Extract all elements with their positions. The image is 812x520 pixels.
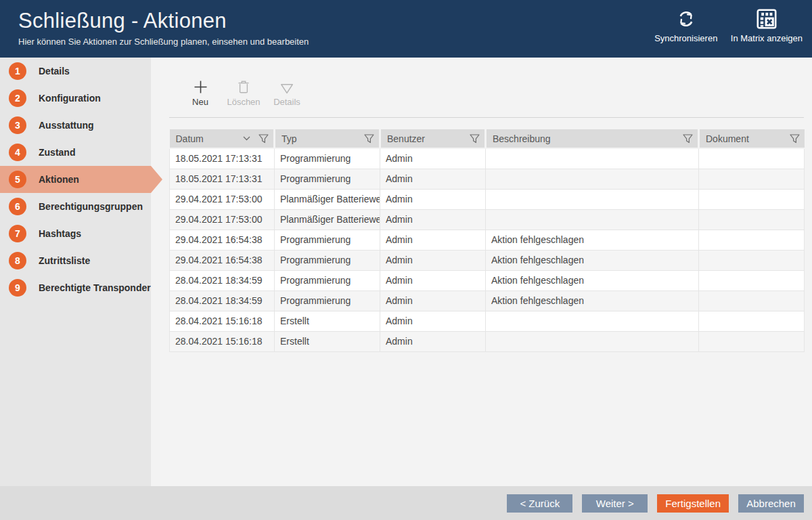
actions-toolbar: Neu Löschen Details [169,58,812,117]
sidebar-item-zustand[interactable]: 4 Zustand [0,139,151,166]
table-cell [486,189,699,209]
table-cell: Admin [380,270,486,290]
sidebar-item-label: Zustand [39,147,75,158]
table-cell: Programmierung [275,270,380,290]
table-cell [699,230,805,250]
sidebar-item-berechtigungsgruppen[interactable]: 6 Berechtigungsgruppen [0,193,151,220]
table-cell: Programmierung [275,230,380,250]
filter-icon[interactable] [258,134,269,144]
triangle-down-icon [280,78,294,94]
step-number-badge: 7 [9,225,26,242]
delete-button-label: Löschen [227,97,260,107]
column-header-datum[interactable]: Datum [170,129,275,148]
sidebar-item-label: Berechtigte Transponder [39,282,151,293]
step-number-badge: 9 [9,279,26,297]
finish-button[interactable]: Fertigstellen [657,494,729,513]
table-cell [699,270,805,290]
table-cell [699,169,805,189]
table-cell: Admin [380,290,486,311]
table-cell: Admin [380,311,486,331]
show-in-matrix-label: In Matrix anzeigen [731,33,803,43]
table-cell: Erstellt [275,311,380,331]
delete-button[interactable]: Löschen [226,78,261,117]
sidebar-item-label: Berechtigungsgruppen [39,201,143,212]
table-cell [699,148,805,169]
synchronize-label: Synchronisieren [654,33,717,43]
sidebar-item-konfiguration[interactable]: 2 Konfiguration [0,85,151,112]
table-cell: Programmierung [275,250,380,270]
details-button[interactable]: Details [269,78,304,117]
table-row[interactable]: 28.04.2021 18:34:59ProgrammierungAdminAk… [170,270,805,290]
window-header: Schließung - Aktionen Hier können Sie Ak… [0,0,812,58]
sidebar-item-ausstattung[interactable]: 3 Ausstattung [0,112,151,139]
table-row[interactable]: 18.05.2021 17:13:31ProgrammierungAdmin [170,169,805,189]
table-cell: 28.04.2021 18:34:59 [170,290,275,311]
table-cell: Admin [380,169,486,189]
table-cell: Admin [380,209,486,230]
table-cell: Aktion fehlgeschlagen [486,290,699,311]
column-header-beschreibung[interactable]: Beschreibung [486,129,699,148]
table-cell [699,209,805,230]
matrix-icon [756,8,777,30]
page-subtitle: Hier können Sie Aktionen zur Schließung … [18,37,309,47]
filter-icon[interactable] [470,134,480,144]
table-cell [699,311,805,331]
sort-descending-icon[interactable] [243,136,250,141]
filter-icon[interactable] [364,134,374,144]
sidebar-item-aktionen[interactable]: 5 Aktionen [0,166,151,193]
table-row[interactable]: 29.04.2021 16:54:38ProgrammierungAdminAk… [170,230,805,250]
table-cell: Admin [380,148,486,169]
sidebar-item-label: Konfiguration [39,93,101,104]
toolbar-divider [169,117,804,118]
table-row[interactable]: 28.04.2021 15:16:18ErstelltAdmin [170,331,805,351]
trash-icon [238,78,250,94]
table-cell: Planmäßiger Batteriewechsel [275,209,380,230]
cancel-button[interactable]: Abbrechen [738,494,804,513]
table-cell [699,290,805,311]
filter-icon[interactable] [683,134,693,144]
table-row[interactable]: 29.04.2021 16:54:38ProgrammierungAdminAk… [170,250,805,270]
column-header-dokument[interactable]: Dokument [699,129,805,148]
header-actions: Synchronisieren In Matrix anzeigen [651,0,812,43]
sidebar-item-label: Hashtags [39,228,81,239]
table-row[interactable]: 18.05.2021 17:13:31ProgrammierungAdmin [170,148,805,169]
step-number-badge: 2 [9,89,26,107]
table-cell: Admin [380,250,486,270]
table-cell: 29.04.2021 17:53:00 [170,209,275,230]
next-button[interactable]: Weiter > [582,494,648,513]
wizard-footer: < Zurück Weiter > Fertigstellen Abbreche… [0,486,812,520]
table-row[interactable]: 29.04.2021 17:53:00Planmäßiger Batteriew… [170,209,805,230]
content-area: Neu Löschen Details [151,58,812,486]
sidebar-item-label: Details [39,66,70,77]
table-cell [699,331,805,351]
step-number-badge: 1 [9,62,26,80]
sync-icon [676,8,696,30]
table-row[interactable]: 29.04.2021 17:53:00Planmäßiger Batteriew… [170,189,805,209]
table-cell [699,250,805,270]
table-cell [486,169,699,189]
filter-icon[interactable] [790,134,800,144]
table-cell [486,209,699,230]
table-row[interactable]: 28.04.2021 18:34:59ProgrammierungAdminAk… [170,290,805,311]
table-cell [486,331,699,351]
table-cell: 29.04.2021 16:54:38 [170,250,275,270]
page-title: Schließung - Aktionen [18,9,309,33]
step-number-badge: 4 [9,144,26,161]
back-button[interactable]: < Zurück [507,494,572,513]
sidebar-item-label: Ausstattung [39,120,94,131]
table-cell: 18.05.2021 17:13:31 [170,148,275,169]
actions-table: Datum Typ [169,129,805,352]
synchronize-button[interactable]: Synchronisieren [651,8,721,43]
table-cell: Planmäßiger Batteriewechsel [275,189,380,209]
column-header-typ[interactable]: Typ [275,129,380,148]
sidebar-item-zutrittsliste[interactable]: 8 Zutrittsliste [0,247,151,274]
sidebar-item-berechtigte-transponder[interactable]: 9 Berechtigte Transponder [0,274,151,301]
sidebar-item-hashtags[interactable]: 7 Hashtags [0,220,151,247]
step-number-badge: 5 [9,171,26,188]
table-cell: Aktion fehlgeschlagen [486,250,699,270]
sidebar-item-details[interactable]: 1 Details [0,58,151,85]
new-button[interactable]: Neu [183,78,218,117]
column-header-benutzer[interactable]: Benutzer [380,129,486,148]
show-in-matrix-button[interactable]: In Matrix anzeigen [731,8,803,43]
table-row[interactable]: 28.04.2021 15:16:18ErstelltAdmin [170,311,805,331]
